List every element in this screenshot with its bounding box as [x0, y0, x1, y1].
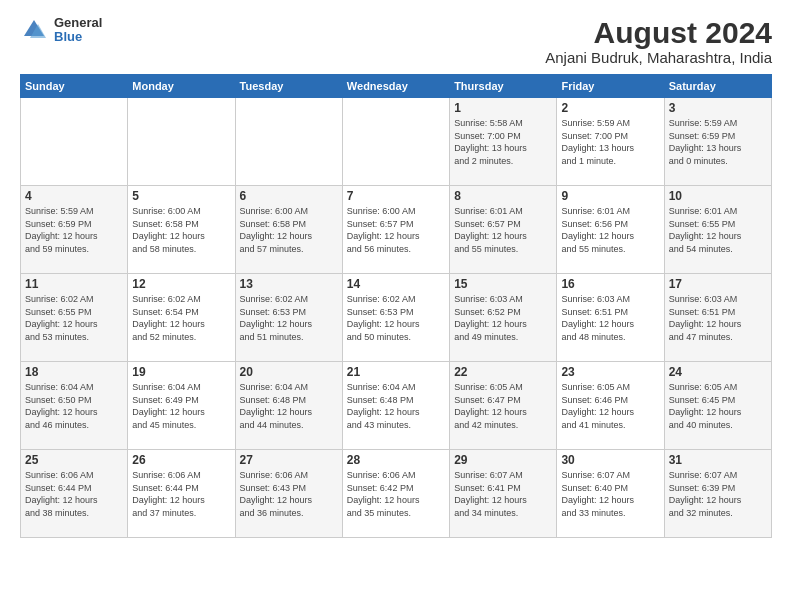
weekday-header: Saturday	[664, 75, 771, 98]
day-number: 14	[347, 277, 445, 291]
day-info: Sunrise: 6:06 AM Sunset: 6:42 PM Dayligh…	[347, 469, 445, 519]
day-number: 16	[561, 277, 659, 291]
day-info: Sunrise: 6:04 AM Sunset: 6:50 PM Dayligh…	[25, 381, 123, 431]
calendar-cell: 22Sunrise: 6:05 AM Sunset: 6:47 PM Dayli…	[450, 362, 557, 450]
day-info: Sunrise: 6:02 AM Sunset: 6:55 PM Dayligh…	[25, 293, 123, 343]
calendar-cell: 26Sunrise: 6:06 AM Sunset: 6:44 PM Dayli…	[128, 450, 235, 538]
weekday-header: Monday	[128, 75, 235, 98]
day-info: Sunrise: 6:01 AM Sunset: 6:57 PM Dayligh…	[454, 205, 552, 255]
day-number: 26	[132, 453, 230, 467]
day-info: Sunrise: 6:03 AM Sunset: 6:51 PM Dayligh…	[669, 293, 767, 343]
calendar-table: SundayMondayTuesdayWednesdayThursdayFrid…	[20, 74, 772, 538]
calendar-cell: 9Sunrise: 6:01 AM Sunset: 6:56 PM Daylig…	[557, 186, 664, 274]
day-info: Sunrise: 6:07 AM Sunset: 6:40 PM Dayligh…	[561, 469, 659, 519]
calendar-cell: 10Sunrise: 6:01 AM Sunset: 6:55 PM Dayli…	[664, 186, 771, 274]
day-info: Sunrise: 6:00 AM Sunset: 6:58 PM Dayligh…	[132, 205, 230, 255]
calendar-week-row: 11Sunrise: 6:02 AM Sunset: 6:55 PM Dayli…	[21, 274, 772, 362]
day-number: 15	[454, 277, 552, 291]
header: General Blue August 2024 Anjani Budruk, …	[20, 16, 772, 66]
calendar-cell: 20Sunrise: 6:04 AM Sunset: 6:48 PM Dayli…	[235, 362, 342, 450]
day-number: 19	[132, 365, 230, 379]
day-number: 29	[454, 453, 552, 467]
day-number: 21	[347, 365, 445, 379]
calendar-cell: 27Sunrise: 6:06 AM Sunset: 6:43 PM Dayli…	[235, 450, 342, 538]
day-number: 3	[669, 101, 767, 115]
calendar-week-row: 4Sunrise: 5:59 AM Sunset: 6:59 PM Daylig…	[21, 186, 772, 274]
day-number: 30	[561, 453, 659, 467]
calendar-cell: 31Sunrise: 6:07 AM Sunset: 6:39 PM Dayli…	[664, 450, 771, 538]
calendar-week-row: 25Sunrise: 6:06 AM Sunset: 6:44 PM Dayli…	[21, 450, 772, 538]
calendar-cell: 18Sunrise: 6:04 AM Sunset: 6:50 PM Dayli…	[21, 362, 128, 450]
weekday-header: Tuesday	[235, 75, 342, 98]
day-info: Sunrise: 5:59 AM Sunset: 6:59 PM Dayligh…	[25, 205, 123, 255]
calendar-cell: 23Sunrise: 6:05 AM Sunset: 6:46 PM Dayli…	[557, 362, 664, 450]
calendar-cell	[342, 98, 449, 186]
day-number: 6	[240, 189, 338, 203]
calendar-cell	[21, 98, 128, 186]
logo: General Blue	[20, 16, 102, 45]
day-number: 10	[669, 189, 767, 203]
day-info: Sunrise: 6:05 AM Sunset: 6:47 PM Dayligh…	[454, 381, 552, 431]
day-info: Sunrise: 6:03 AM Sunset: 6:52 PM Dayligh…	[454, 293, 552, 343]
calendar-cell: 13Sunrise: 6:02 AM Sunset: 6:53 PM Dayli…	[235, 274, 342, 362]
day-number: 20	[240, 365, 338, 379]
day-info: Sunrise: 6:04 AM Sunset: 6:48 PM Dayligh…	[240, 381, 338, 431]
day-number: 13	[240, 277, 338, 291]
day-number: 31	[669, 453, 767, 467]
day-number: 11	[25, 277, 123, 291]
day-info: Sunrise: 6:06 AM Sunset: 6:44 PM Dayligh…	[132, 469, 230, 519]
day-info: Sunrise: 5:59 AM Sunset: 6:59 PM Dayligh…	[669, 117, 767, 167]
day-info: Sunrise: 6:03 AM Sunset: 6:51 PM Dayligh…	[561, 293, 659, 343]
day-info: Sunrise: 6:00 AM Sunset: 6:58 PM Dayligh…	[240, 205, 338, 255]
weekday-header: Thursday	[450, 75, 557, 98]
weekday-header-row: SundayMondayTuesdayWednesdayThursdayFrid…	[21, 75, 772, 98]
calendar-cell: 24Sunrise: 6:05 AM Sunset: 6:45 PM Dayli…	[664, 362, 771, 450]
calendar-cell	[128, 98, 235, 186]
calendar-cell: 16Sunrise: 6:03 AM Sunset: 6:51 PM Dayli…	[557, 274, 664, 362]
day-info: Sunrise: 6:01 AM Sunset: 6:56 PM Dayligh…	[561, 205, 659, 255]
day-info: Sunrise: 6:01 AM Sunset: 6:55 PM Dayligh…	[669, 205, 767, 255]
weekday-header: Wednesday	[342, 75, 449, 98]
calendar-cell: 7Sunrise: 6:00 AM Sunset: 6:57 PM Daylig…	[342, 186, 449, 274]
day-number: 22	[454, 365, 552, 379]
calendar-cell: 12Sunrise: 6:02 AM Sunset: 6:54 PM Dayli…	[128, 274, 235, 362]
logo-blue: Blue	[54, 30, 102, 44]
day-info: Sunrise: 5:58 AM Sunset: 7:00 PM Dayligh…	[454, 117, 552, 167]
day-number: 2	[561, 101, 659, 115]
day-info: Sunrise: 6:06 AM Sunset: 6:43 PM Dayligh…	[240, 469, 338, 519]
day-info: Sunrise: 6:02 AM Sunset: 6:53 PM Dayligh…	[240, 293, 338, 343]
logo-icon	[20, 16, 48, 44]
day-info: Sunrise: 6:02 AM Sunset: 6:54 PM Dayligh…	[132, 293, 230, 343]
calendar-cell: 25Sunrise: 6:06 AM Sunset: 6:44 PM Dayli…	[21, 450, 128, 538]
calendar-cell: 8Sunrise: 6:01 AM Sunset: 6:57 PM Daylig…	[450, 186, 557, 274]
day-info: Sunrise: 6:07 AM Sunset: 6:39 PM Dayligh…	[669, 469, 767, 519]
day-number: 18	[25, 365, 123, 379]
weekday-header: Friday	[557, 75, 664, 98]
day-number: 1	[454, 101, 552, 115]
calendar-cell: 28Sunrise: 6:06 AM Sunset: 6:42 PM Dayli…	[342, 450, 449, 538]
day-info: Sunrise: 6:06 AM Sunset: 6:44 PM Dayligh…	[25, 469, 123, 519]
day-number: 5	[132, 189, 230, 203]
calendar-cell: 30Sunrise: 6:07 AM Sunset: 6:40 PM Dayli…	[557, 450, 664, 538]
day-number: 8	[454, 189, 552, 203]
day-info: Sunrise: 6:00 AM Sunset: 6:57 PM Dayligh…	[347, 205, 445, 255]
day-number: 28	[347, 453, 445, 467]
day-info: Sunrise: 5:59 AM Sunset: 7:00 PM Dayligh…	[561, 117, 659, 167]
calendar-title: August 2024	[545, 16, 772, 49]
calendar-cell: 4Sunrise: 5:59 AM Sunset: 6:59 PM Daylig…	[21, 186, 128, 274]
day-number: 4	[25, 189, 123, 203]
weekday-header: Sunday	[21, 75, 128, 98]
day-number: 12	[132, 277, 230, 291]
calendar-cell: 1Sunrise: 5:58 AM Sunset: 7:00 PM Daylig…	[450, 98, 557, 186]
calendar-cell: 2Sunrise: 5:59 AM Sunset: 7:00 PM Daylig…	[557, 98, 664, 186]
calendar-week-row: 18Sunrise: 6:04 AM Sunset: 6:50 PM Dayli…	[21, 362, 772, 450]
logo-text: General Blue	[54, 16, 102, 45]
day-number: 7	[347, 189, 445, 203]
day-number: 17	[669, 277, 767, 291]
calendar-cell: 29Sunrise: 6:07 AM Sunset: 6:41 PM Dayli…	[450, 450, 557, 538]
day-info: Sunrise: 6:05 AM Sunset: 6:46 PM Dayligh…	[561, 381, 659, 431]
day-info: Sunrise: 6:02 AM Sunset: 6:53 PM Dayligh…	[347, 293, 445, 343]
day-number: 24	[669, 365, 767, 379]
calendar-cell: 15Sunrise: 6:03 AM Sunset: 6:52 PM Dayli…	[450, 274, 557, 362]
day-info: Sunrise: 6:07 AM Sunset: 6:41 PM Dayligh…	[454, 469, 552, 519]
